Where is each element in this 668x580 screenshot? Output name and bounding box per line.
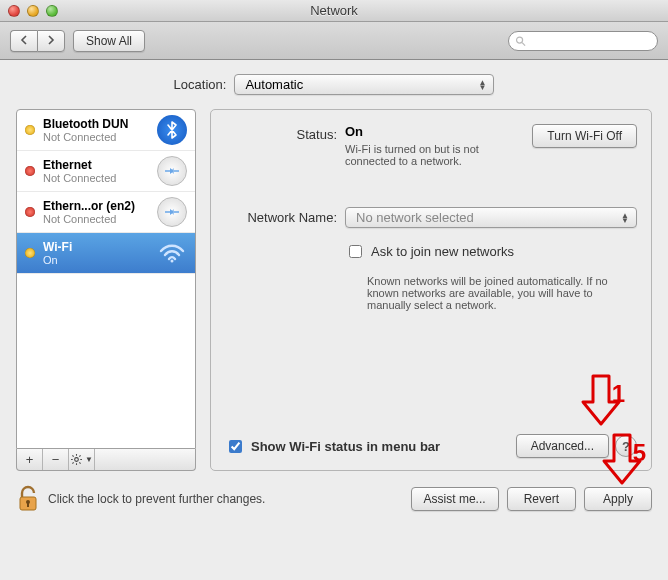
show-wifi-status-checkbox[interactable]: Show Wi-Fi status in menu bar <box>225 437 440 456</box>
add-service-button[interactable]: + <box>17 449 43 470</box>
remove-service-button[interactable]: − <box>43 449 69 470</box>
ask-to-join-label: Ask to join new networks <box>371 244 514 259</box>
window-minimize-button[interactable] <box>27 5 39 17</box>
search-field[interactable] <box>508 31 658 51</box>
network-name-popup[interactable]: No network selected ▲▼ <box>345 207 637 228</box>
nav-forward-button[interactable] <box>37 30 65 52</box>
toolbar: Show All <box>0 22 668 60</box>
detail-pane: Status: On Wi-Fi is turned on but is not… <box>210 109 652 471</box>
service-status: Not Connected <box>43 213 157 225</box>
svg-point-7 <box>75 458 79 462</box>
svg-point-6 <box>171 260 174 263</box>
window-zoom-button[interactable] <box>46 5 58 17</box>
show-wifi-status-label: Show Wi-Fi status in menu bar <box>251 439 440 454</box>
status-dot <box>25 248 35 258</box>
turn-wifi-off-button[interactable]: Turn Wi-Fi Off <box>532 124 637 148</box>
updown-arrows-icon: ▲▼ <box>618 213 632 223</box>
status-dot <box>25 125 35 135</box>
sidebar-item-bluetooth-dun[interactable]: Bluetooth DUN Not Connected <box>17 110 195 151</box>
status-value: On <box>345 124 532 139</box>
svg-line-1 <box>522 42 525 45</box>
location-label: Location: <box>174 77 227 92</box>
status-dot <box>25 166 35 176</box>
ask-to-join-input[interactable] <box>349 245 362 258</box>
wifi-icon <box>157 238 187 268</box>
svg-line-13 <box>79 462 80 463</box>
show-wifi-status-input[interactable] <box>229 440 242 453</box>
service-list: Bluetooth DUN Not Connected Ethernet Not… <box>16 109 196 449</box>
window-close-button[interactable] <box>8 5 20 17</box>
advanced-button[interactable]: Advanced... <box>516 434 609 458</box>
lock-icon[interactable] <box>16 485 40 513</box>
location-value: Automatic <box>245 77 303 92</box>
sidebar-item-ethernet-en2[interactable]: Ethern...or (en2) Not Connected <box>17 192 195 233</box>
network-name-label: Network Name: <box>225 207 345 225</box>
service-status: Not Connected <box>43 172 157 184</box>
network-name-value: No network selected <box>356 210 474 225</box>
service-name: Ethern...or (en2) <box>43 199 157 213</box>
chevron-down-icon: ▼ <box>85 455 93 464</box>
status-note: Wi-Fi is turned on but is not connected … <box>345 143 532 167</box>
ethernet-icon <box>157 156 187 186</box>
lock-text: Click the lock to prevent further change… <box>48 492 265 506</box>
svg-point-0 <box>517 37 523 43</box>
service-actions-button[interactable]: ▼ <box>69 449 95 470</box>
svg-line-15 <box>72 462 73 463</box>
status-dot <box>25 207 35 217</box>
nav-back-button[interactable] <box>10 30 37 52</box>
chevron-left-icon <box>19 35 29 45</box>
location-popup[interactable]: Automatic ▲▼ <box>234 74 494 95</box>
assist-me-button[interactable]: Assist me... <box>411 487 499 511</box>
ask-to-join-checkbox[interactable]: Ask to join new networks <box>345 242 637 261</box>
bluetooth-icon <box>157 115 187 145</box>
apply-button[interactable]: Apply <box>584 487 652 511</box>
ask-to-join-hint: Known networks will be joined automatica… <box>367 275 627 311</box>
svg-line-12 <box>72 455 73 456</box>
gear-icon <box>70 453 83 466</box>
sidebar-item-ethernet[interactable]: Ethernet Not Connected <box>17 151 195 192</box>
service-name: Bluetooth DUN <box>43 117 157 131</box>
search-icon <box>515 35 526 47</box>
show-all-button[interactable]: Show All <box>73 30 145 52</box>
window-title: Network <box>0 3 668 18</box>
ethernet-icon <box>157 197 187 227</box>
search-input[interactable] <box>526 33 651 49</box>
help-button[interactable]: ? <box>615 435 637 457</box>
sidebar-item-wifi[interactable]: Wi-Fi On <box>17 233 195 274</box>
svg-rect-18 <box>27 503 29 507</box>
revert-button[interactable]: Revert <box>507 487 576 511</box>
service-status: Not Connected <box>43 131 157 143</box>
updown-arrows-icon: ▲▼ <box>475 80 489 90</box>
service-status: On <box>43 254 157 266</box>
status-label: Status: <box>225 124 345 142</box>
chevron-right-icon <box>46 35 56 45</box>
service-list-toolbar: + − ▼ <box>16 449 196 471</box>
service-name: Ethernet <box>43 158 157 172</box>
service-name: Wi-Fi <box>43 240 157 254</box>
svg-line-14 <box>79 455 80 456</box>
